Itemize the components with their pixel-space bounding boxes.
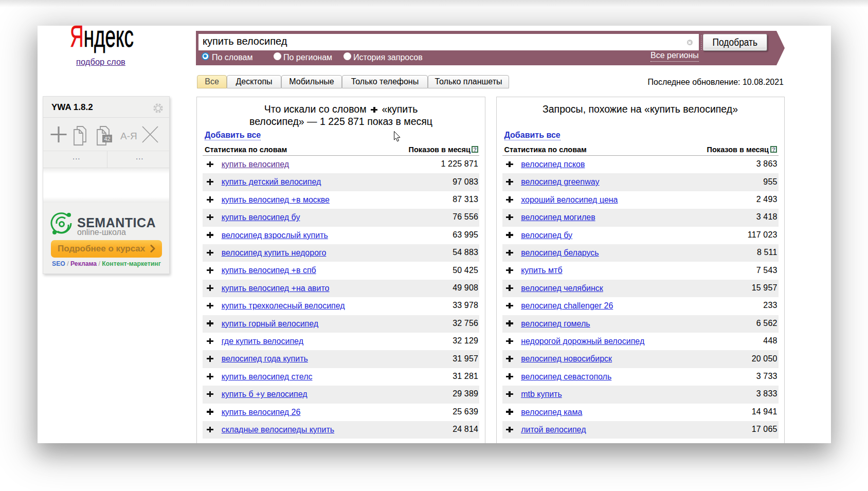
- svg-text:А-Я: А-Я: [120, 131, 137, 141]
- svg-text:42: 42: [104, 136, 110, 142]
